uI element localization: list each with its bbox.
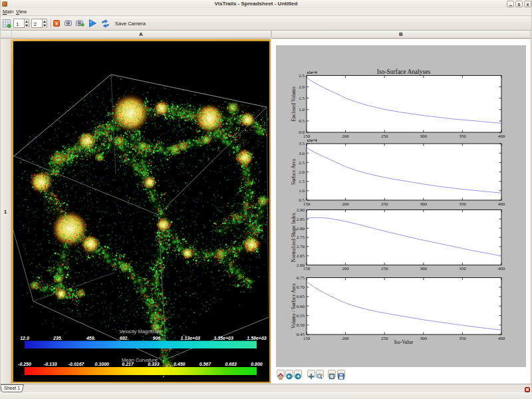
svg-text:0.217: 0.217: [122, 362, 134, 366]
svg-text:350: 350: [459, 201, 466, 207]
svg-text:Volume / Surface Area: Volume / Surface Area: [291, 283, 297, 329]
svg-text:682.: 682.: [119, 335, 128, 340]
svg-text:0.70: 0.70: [297, 285, 305, 290]
svg-text:300: 300: [420, 266, 428, 271]
svg-text:2.60: 2.60: [297, 263, 305, 268]
svg-text:0.0: 0.0: [299, 130, 305, 135]
svg-text:350: 350: [459, 336, 466, 341]
svg-text:2.80: 2.80: [297, 226, 305, 231]
svg-text:x1e+4: x1e+4: [307, 138, 317, 142]
svg-text:0.567: 0.567: [199, 362, 211, 366]
svg-text:-0.250: -0.250: [18, 362, 31, 366]
svg-text:0.800: 0.800: [251, 362, 263, 366]
svg-text:0.55: 0.55: [297, 313, 305, 319]
svg-text:400: 400: [498, 336, 505, 341]
svg-text:3.0: 3.0: [299, 151, 305, 156]
svg-text:x1e+4: x1e+4: [307, 70, 317, 74]
svg-text:2.0: 2.0: [299, 170, 305, 175]
svg-text:350: 350: [459, 266, 466, 271]
svg-text:12.0: 12.0: [20, 335, 29, 340]
svg-text:200: 200: [342, 134, 349, 139]
svg-text:906.: 906.: [152, 335, 162, 340]
svg-text:1.5: 1.5: [299, 179, 305, 184]
svg-text:0.45: 0.45: [297, 332, 305, 337]
svg-text:Surface Area: Surface Area: [291, 158, 297, 185]
svg-text:1.0: 1.0: [299, 188, 305, 194]
svg-text:Velocity Magnitude: Velocity Magnitude: [119, 329, 161, 334]
svg-text:300: 300: [420, 336, 428, 341]
svg-text:400: 400: [498, 201, 505, 207]
svg-text:1.0: 1.0: [299, 107, 305, 112]
svg-text:0.5: 0.5: [299, 118, 305, 124]
svg-text:250: 250: [381, 336, 388, 341]
svg-text:0.333: 0.333: [148, 362, 160, 366]
svg-text:Iso-Surface Analyses: Iso-Surface Analyses: [377, 68, 431, 75]
svg-text:1.13e+03: 1.13e+03: [180, 335, 200, 340]
svg-text:300: 300: [420, 201, 428, 207]
svg-text:1.35e+03: 1.35e+03: [213, 335, 233, 340]
svg-text:0.65: 0.65: [297, 294, 305, 299]
svg-text:0.683: 0.683: [225, 362, 237, 366]
svg-text:459.: 459.: [85, 335, 95, 340]
svg-text:3.5: 3.5: [299, 141, 305, 146]
svg-text:1.58e+03: 1.58e+03: [247, 335, 266, 340]
svg-text:2.70: 2.70: [297, 244, 305, 249]
svg-text:200: 200: [342, 201, 349, 207]
svg-text:Enclosed Volume: Enclosed Volume: [291, 86, 297, 121]
svg-text:2.90: 2.90: [297, 207, 305, 213]
svg-text:250: 250: [381, 134, 388, 139]
svg-text:250: 250: [381, 201, 388, 207]
svg-text:0.5: 0.5: [299, 198, 305, 203]
svg-text:0.50: 0.50: [297, 323, 305, 328]
svg-text:400: 400: [498, 134, 505, 139]
svg-text:2.5: 2.5: [299, 160, 305, 166]
svg-text:200: 200: [342, 266, 349, 271]
svg-text:2.85: 2.85: [297, 217, 305, 222]
svg-text:-0.0167: -0.0167: [68, 362, 84, 366]
svg-text:250: 250: [381, 266, 388, 271]
svg-text:200: 200: [342, 336, 349, 341]
svg-text:0.75: 0.75: [297, 275, 305, 281]
svg-text:2.5: 2.5: [299, 73, 305, 78]
svg-text:0.450: 0.450: [173, 362, 185, 366]
svg-text:0.60: 0.60: [297, 304, 305, 309]
svg-text:0.1000: 0.1000: [94, 362, 109, 366]
svg-text:-0.133: -0.133: [43, 362, 57, 366]
svg-text:400: 400: [498, 266, 505, 271]
svg-text:235.: 235.: [53, 335, 63, 340]
svg-text:Normalized Shape Index: Normalized Shape Index: [291, 212, 297, 262]
svg-text:2.75: 2.75: [297, 235, 305, 240]
svg-text:300: 300: [420, 134, 428, 139]
svg-text:2.65: 2.65: [297, 253, 305, 259]
svg-text:350: 350: [459, 134, 466, 139]
svg-text:1.5: 1.5: [299, 96, 305, 101]
svg-text:2.0: 2.0: [299, 84, 305, 90]
svg-text:Iso-Value: Iso-Value: [394, 339, 414, 345]
